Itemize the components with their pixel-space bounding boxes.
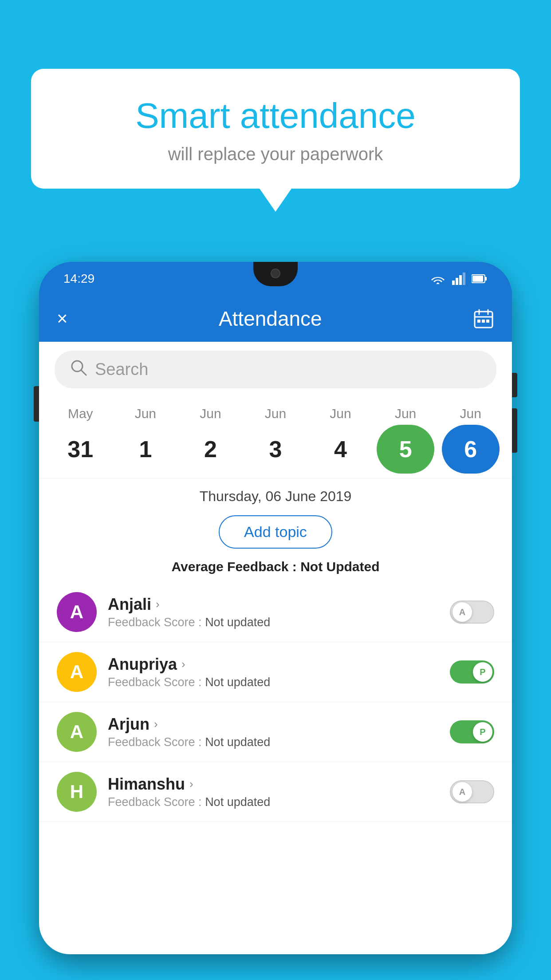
phone-screen: × Attendance xyxy=(39,295,512,954)
date-1[interactable]: 1 xyxy=(117,425,174,474)
speech-bubble-subtitle: will replace your paperwork xyxy=(58,144,493,164)
toggle-himanshu[interactable]: A xyxy=(450,780,494,803)
student-item-arjun[interactable]: A Arjun › Feedback Score : Not updated P xyxy=(39,702,512,762)
toggle-arjun[interactable]: P xyxy=(450,720,494,743)
calendar-icon[interactable] xyxy=(473,308,494,329)
student-item-himanshu[interactable]: H Himanshu › Feedback Score : Not update… xyxy=(39,762,512,822)
svg-rect-0 xyxy=(452,281,455,285)
search-container: Search xyxy=(39,342,512,397)
student-info-himanshu: Himanshu › Feedback Score : Not updated xyxy=(108,775,439,809)
student-info-arjun: Arjun › Feedback Score : Not updated xyxy=(108,715,439,749)
chevron-icon: › xyxy=(181,657,185,671)
date-31[interactable]: 31 xyxy=(51,425,109,474)
student-feedback-anupriya: Feedback Score : Not updated xyxy=(108,676,439,689)
student-feedback-himanshu: Feedback Score : Not updated xyxy=(108,795,439,809)
add-topic-container: Add topic xyxy=(39,509,512,555)
svg-rect-2 xyxy=(459,275,462,285)
date-4[interactable]: 4 xyxy=(312,425,370,474)
month-label-5: Jun xyxy=(377,406,434,421)
svg-rect-13 xyxy=(486,320,489,323)
svg-line-15 xyxy=(81,370,86,375)
svg-rect-12 xyxy=(482,320,485,323)
calendar-strip: May Jun Jun Jun Jun Jun Jun 31 1 2 3 4 5… xyxy=(39,397,512,478)
phone-mockup: 14:29 xyxy=(39,262,512,980)
avatar-anjali: A xyxy=(57,592,97,632)
avatar-arjun: A xyxy=(57,712,97,752)
toggle-anjali[interactable]: A xyxy=(450,601,494,624)
app-header: × Attendance xyxy=(39,295,512,342)
month-label-3: Jun xyxy=(247,406,304,421)
speech-bubble-title: Smart attendance xyxy=(58,95,493,136)
avatar-anupriya: A xyxy=(57,652,97,692)
svg-rect-1 xyxy=(456,278,458,285)
toggle-anupriya[interactable]: P xyxy=(450,660,494,684)
date-5-today[interactable]: 5 xyxy=(377,425,434,474)
selected-date-info: Thursday, 06 June 2019 xyxy=(39,478,512,509)
screen-title: Attendance xyxy=(219,307,322,331)
status-time: 14:29 xyxy=(63,272,94,286)
add-topic-button[interactable]: Add topic xyxy=(219,515,332,549)
student-name-arjun: Arjun › xyxy=(108,715,439,734)
svg-rect-5 xyxy=(485,277,487,281)
student-feedback-arjun: Feedback Score : Not updated xyxy=(108,735,439,749)
chevron-icon: › xyxy=(156,597,160,611)
month-label-0: May xyxy=(51,406,109,421)
student-name-anjali: Anjali › xyxy=(108,595,439,614)
svg-rect-3 xyxy=(463,273,465,285)
status-icons xyxy=(430,273,488,285)
status-bar: 14:29 xyxy=(39,262,512,295)
search-placeholder: Search xyxy=(95,360,148,379)
speech-bubble: Smart attendance will replace your paper… xyxy=(31,69,520,189)
student-item-anjali[interactable]: A Anjali › Feedback Score : Not updated … xyxy=(39,582,512,642)
search-icon xyxy=(70,359,87,380)
search-bar[interactable]: Search xyxy=(55,351,496,388)
notch xyxy=(253,262,298,286)
date-3[interactable]: 3 xyxy=(247,425,304,474)
volume-down-button xyxy=(512,408,517,453)
student-name-anupriya: Anupriya › xyxy=(108,655,439,674)
month-label-4: Jun xyxy=(312,406,370,421)
wifi-icon xyxy=(430,273,446,285)
average-feedback-value: Not Updated xyxy=(300,559,379,574)
month-label-1: Jun xyxy=(117,406,174,421)
chevron-icon: › xyxy=(189,777,193,791)
student-feedback-anjali: Feedback Score : Not updated xyxy=(108,616,439,629)
student-list: A Anjali › Feedback Score : Not updated … xyxy=(39,582,512,822)
date-2[interactable]: 2 xyxy=(181,425,239,474)
volume-button xyxy=(34,386,39,422)
month-label-2: Jun xyxy=(181,406,239,421)
close-button[interactable]: × xyxy=(57,308,68,329)
phone-body: 14:29 xyxy=(39,262,512,954)
selected-date-text: Thursday, 06 June 2019 xyxy=(200,488,352,504)
power-button xyxy=(512,373,517,397)
average-feedback: Average Feedback : Not Updated xyxy=(39,555,512,582)
date-6-selected[interactable]: 6 xyxy=(442,425,500,474)
average-feedback-label: Average Feedback : xyxy=(171,559,296,574)
student-item-anupriya[interactable]: A Anupriya › Feedback Score : Not update… xyxy=(39,642,512,702)
avatar-himanshu: H xyxy=(57,772,97,812)
signal-icon xyxy=(452,273,465,285)
chevron-icon: › xyxy=(154,717,158,731)
student-name-himanshu: Himanshu › xyxy=(108,775,439,794)
front-camera xyxy=(271,269,280,278)
month-row: May Jun Jun Jun Jun Jun Jun xyxy=(39,406,512,421)
student-info-anupriya: Anupriya › Feedback Score : Not updated xyxy=(108,655,439,689)
svg-rect-11 xyxy=(477,320,480,323)
date-row: 31 1 2 3 4 5 6 xyxy=(39,425,512,474)
battery-icon xyxy=(472,274,488,284)
month-label-6: Jun xyxy=(442,406,500,421)
svg-rect-6 xyxy=(472,276,483,282)
speech-bubble-container: Smart attendance will replace your paper… xyxy=(31,69,520,189)
student-info-anjali: Anjali › Feedback Score : Not updated xyxy=(108,595,439,629)
